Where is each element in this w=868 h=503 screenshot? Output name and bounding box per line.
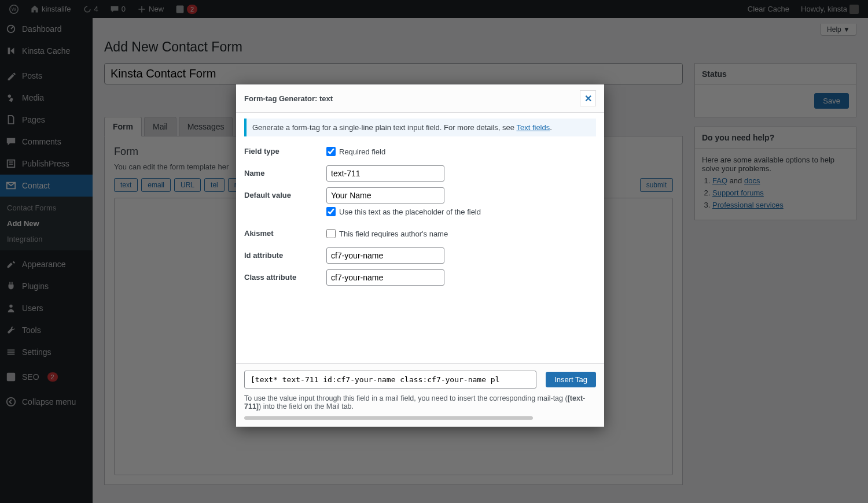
- label-akismet: Akismet: [244, 225, 326, 238]
- placeholder-label: Use this text as the placeholder of the …: [339, 208, 481, 216]
- label-default: Default value: [244, 187, 326, 199]
- generated-tag-input[interactable]: [244, 371, 536, 389]
- default-value-input[interactable]: [326, 187, 444, 204]
- id-input[interactable]: [326, 247, 444, 264]
- label-class: Class attribute: [244, 269, 326, 282]
- akismet-label: This field requires author's name: [339, 230, 448, 238]
- label-id: Id attribute: [244, 247, 326, 260]
- required-checkbox[interactable]: [326, 147, 336, 156]
- class-input[interactable]: [326, 269, 444, 286]
- text-fields-link[interactable]: Text fields: [516, 123, 550, 132]
- akismet-checkbox[interactable]: [326, 229, 336, 238]
- modal-note: Generate a form-tag for a single-line pl…: [244, 119, 596, 136]
- modal-close-button[interactable]: ✕: [580, 90, 596, 106]
- modal-scrollbar[interactable]: [244, 416, 533, 420]
- placeholder-checkbox[interactable]: [326, 207, 336, 216]
- name-input[interactable]: [326, 165, 444, 182]
- close-icon: ✕: [584, 93, 592, 104]
- required-label: Required field: [339, 147, 385, 156]
- label-field-type: Field type: [244, 143, 326, 156]
- form-tag-modal: Form-tag Generator: text ✕ Generate a fo…: [236, 84, 604, 427]
- insert-tag-button[interactable]: Insert Tag: [546, 372, 596, 387]
- modal-title: Form-tag Generator: text: [244, 94, 333, 103]
- mail-tag-hint: To use the value input through this fiel…: [244, 394, 596, 410]
- label-name: Name: [244, 165, 326, 177]
